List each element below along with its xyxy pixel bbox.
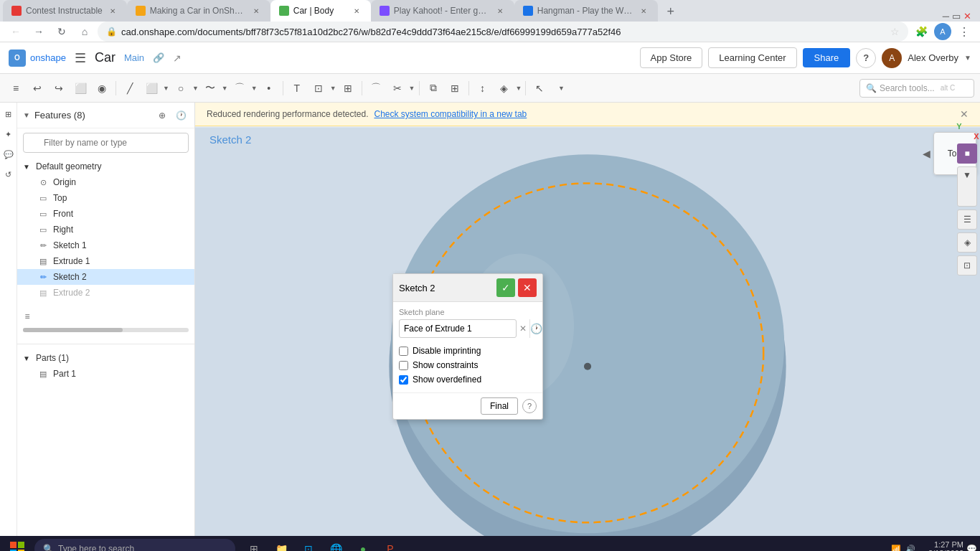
section-button[interactable]: ⊡ <box>957 255 977 276</box>
toolbar-convert-icon[interactable]: ↕ <box>473 78 493 98</box>
notice-link[interactable]: Check system compatibility in a new tab <box>374 109 527 119</box>
tree-item-origin[interactable]: ⊙ Origin <box>17 174 194 190</box>
toolbar-arc-icon[interactable]: ⌒ <box>230 78 250 98</box>
toolbar-undo-icon[interactable]: ↩ <box>27 78 47 98</box>
left-panel-btn4[interactable]: ↺ <box>1 167 16 182</box>
tree-item-extrude1[interactable]: ▤ Extrude 1 <box>17 253 194 269</box>
render-mode-button[interactable]: ■ <box>957 143 977 164</box>
tree-item-front[interactable]: ▭ Front <box>17 206 194 222</box>
extensions-icon[interactable]: 🧩 <box>911 22 931 42</box>
windows-start-button[interactable] <box>3 536 32 551</box>
notice-close-button[interactable]: ✕ <box>960 108 969 120</box>
app-store-button[interactable]: App Store <box>640 47 703 68</box>
taskbar-app-ppt[interactable]: P <box>377 536 403 551</box>
user-name[interactable]: Alex Overby <box>908 52 958 63</box>
toolbar-template-icon[interactable]: ◉ <box>92 78 112 98</box>
browser-tab-1[interactable]: Contest Instructable ✕ <box>3 0 127 22</box>
view-cube-left-arrow[interactable]: ◀ <box>923 148 930 159</box>
scrollbar-thumb[interactable] <box>23 328 123 332</box>
tree-item-extrude2[interactable]: ▤ Extrude 2 <box>17 285 194 301</box>
sketch-plane-clear-button[interactable]: ✕ <box>519 321 527 336</box>
toolbar-point-icon[interactable]: • <box>259 78 279 98</box>
left-panel-btn1[interactable]: ⊞ <box>1 107 16 121</box>
appearance-button[interactable]: ◈ <box>957 232 977 253</box>
toolbar-circle-icon[interactable]: ○ <box>171 78 191 98</box>
toolbar-list-icon[interactable]: ≡ <box>6 78 26 98</box>
menu-icon[interactable]: ⋮ <box>954 22 974 42</box>
toolbar-copy-icon[interactable]: ⬜ <box>70 78 90 98</box>
toolbar-spline-icon[interactable]: 〜 <box>200 78 220 98</box>
sketch-plane-input[interactable] <box>399 319 517 338</box>
sidebar-add-icon[interactable]: ⊕ <box>154 108 170 123</box>
sidebar-clock-icon[interactable]: 🕐 <box>173 108 189 123</box>
sketch-cancel-button[interactable]: ✕ <box>518 278 537 297</box>
share-arrow-icon[interactable]: ↗ <box>173 52 182 64</box>
taskbar-search[interactable]: 🔍 Type here to search <box>34 539 235 551</box>
new-tab-button[interactable]: + <box>661 1 681 22</box>
taskbar-app-taskview[interactable]: ⊞ <box>241 536 267 551</box>
taskbar-network-icon[interactable]: 📶 <box>891 545 901 552</box>
toolbar-dim-icon[interactable]: ◈ <box>494 78 514 98</box>
filter-input[interactable] <box>23 133 189 153</box>
left-panel-btn2[interactable]: ✦ <box>1 127 16 141</box>
toolbar-fillet-icon[interactable]: ⌒ <box>366 78 386 98</box>
browser-tab-2[interactable]: Making a Car in OnShape : 1 ✕ <box>127 0 270 22</box>
link-icon[interactable]: 🔗 <box>153 52 164 63</box>
tab2-close[interactable]: ✕ <box>250 5 262 17</box>
disable-imprinting-checkbox[interactable] <box>399 347 408 356</box>
tree-item-top[interactable]: ▭ Top <box>17 190 194 206</box>
back-button[interactable]: ← <box>6 22 26 42</box>
toolbar-transform-dropdown[interactable]: ▼ <box>330 85 336 92</box>
taskbar-app-chrome[interactable]: ● <box>350 536 376 551</box>
taskbar-app-edge[interactable]: 🌐 <box>323 536 349 551</box>
canvas-viewport[interactable]: Sketch 2 ◀ Top X Y <box>195 126 980 536</box>
minimize-icon[interactable]: ─ <box>943 11 949 22</box>
popup-help-button[interactable]: ? <box>522 399 537 413</box>
sketch-accept-button[interactable]: ✓ <box>496 278 515 297</box>
tab1-close[interactable]: ✕ <box>107 5 118 17</box>
toolbar-measure-icon[interactable]: ⊞ <box>338 78 358 98</box>
left-panel-btn3[interactable]: 💬 <box>1 147 16 161</box>
tab5-close[interactable]: ✕ <box>638 5 649 17</box>
show-constraints-checkbox[interactable] <box>399 361 408 370</box>
toolbar-search[interactable]: 🔍 Search tools... alt C <box>859 79 974 98</box>
default-geometry-header[interactable]: ▼ Default geometry <box>17 159 194 174</box>
layers-button[interactable]: ☰ <box>957 209 977 230</box>
parts-header[interactable]: ▼ Parts (1) <box>17 350 194 366</box>
hamburger-menu[interactable]: ☰ <box>75 50 86 66</box>
taskbar-volume-icon[interactable]: 🔊 <box>905 545 915 552</box>
close-icon[interactable]: ✕ <box>963 11 971 22</box>
help-button[interactable]: ? <box>856 48 876 68</box>
tab4-close[interactable]: ✕ <box>494 5 506 17</box>
toolbar-spline-dropdown[interactable]: ▼ <box>222 85 228 92</box>
taskbar-notification-icon[interactable]: 💬 <box>966 544 977 551</box>
toolbar-mirror-icon[interactable]: ⧉ <box>423 78 443 98</box>
toolbar-pattern-icon[interactable]: ⊞ <box>445 78 465 98</box>
restore-icon[interactable]: ▭ <box>952 11 961 22</box>
toolbar-line-icon[interactable]: ╱ <box>120 78 140 98</box>
toolbar-trim-dropdown[interactable]: ▼ <box>409 85 415 92</box>
toolbar-trim-icon[interactable]: ✂ <box>387 78 407 98</box>
toolbar-text-icon[interactable]: T <box>287 78 307 98</box>
toolbar-dim-dropdown[interactable]: ▼ <box>516 85 522 92</box>
toolbar-redo-icon[interactable]: ↪ <box>49 78 69 98</box>
toolbar-rect-dropdown[interactable]: ▼ <box>163 85 169 92</box>
taskbar-app-store[interactable]: ⊡ <box>296 536 321 551</box>
final-button[interactable]: Final <box>481 397 518 415</box>
toolbar-circle-dropdown[interactable]: ▼ <box>192 85 199 92</box>
home-button[interactable]: ⌂ <box>75 22 95 42</box>
tree-item-sketch2[interactable]: ✏ Sketch 2 <box>17 269 194 285</box>
sidebar-list-icon[interactable]: ≡ <box>20 309 34 324</box>
sketch-plane-clock-icon[interactable]: 🕐 <box>529 319 542 338</box>
user-dropdown-icon[interactable]: ▼ <box>964 54 971 62</box>
scrollbar-track[interactable] <box>23 328 189 332</box>
refresh-button[interactable]: ↻ <box>52 22 72 42</box>
tree-item-sketch1[interactable]: ✏ Sketch 1 <box>17 237 194 253</box>
share-button[interactable]: Share <box>803 48 851 67</box>
tree-item-part1[interactable]: ▤ Part 1 <box>17 366 194 382</box>
user-avatar[interactable]: A <box>882 48 902 68</box>
canvas-svg[interactable] <box>195 126 980 536</box>
toolbar-arc-dropdown[interactable]: ▼ <box>251 85 258 92</box>
show-overdefined-checkbox[interactable] <box>399 375 408 385</box>
address-bar[interactable]: 🔒 cad.onshape.com/documents/bff78f73c57f… <box>98 22 908 42</box>
